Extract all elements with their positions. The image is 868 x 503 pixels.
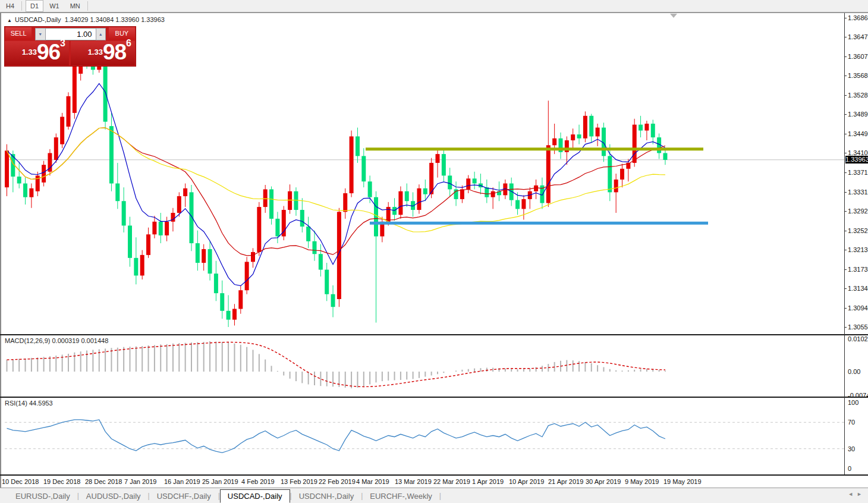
chart-shift-marker-icon[interactable] [670, 14, 677, 18]
date-tick-label: 22 Mar 2019 [433, 478, 470, 485]
date-tick-label: 13 Mar 2019 [395, 478, 432, 485]
collapse-triangle-icon[interactable]: ▲ [7, 18, 12, 23]
price-tick-label: 1.30550 [848, 323, 868, 331]
date-tick-label: 10 Dec 2018 [2, 478, 39, 485]
tab-separator: | [439, 492, 441, 500]
macd-tick-label: -0.00747 [848, 392, 868, 399]
macd-indicator-canvas[interactable] [0, 335, 868, 397]
sell-price-box[interactable]: 1.33963 [5, 41, 69, 65]
rsi-label: RSI(14) 44.5953 [5, 400, 53, 407]
one-click-trading-panel: SELL ▼ ▲ BUY 1.33963 1.33986 [5, 27, 136, 66]
price-tick-label: 1.33710 [848, 169, 868, 176]
price-tick-label: 1.32920 [848, 208, 868, 215]
timeframe-button-w1[interactable]: W1 [45, 0, 64, 12]
date-tick-label: 16 Jan 2019 [164, 478, 200, 485]
price-tick-mark [844, 231, 847, 231]
chart-tab-bar: EURUSD-,Daily|AUDUSD-,Daily|USDCHF-,Dail… [0, 488, 868, 503]
current-price-tag: 1.33963 [845, 156, 868, 164]
price-tick-label: 1.34490 [848, 130, 868, 137]
price-tick-mark [844, 192, 847, 193]
price-tick-mark [844, 76, 847, 76]
macd-label: MACD(12,26,9) 0.000319 0.001448 [5, 337, 108, 344]
toolbar-separator [87, 1, 88, 11]
price-tick-label: 1.34890 [848, 111, 868, 118]
price-tick-label: 1.32520 [848, 227, 868, 234]
tab-scroll-arrows[interactable]: ◄► [848, 491, 866, 497]
price-tick-mark [844, 308, 847, 309]
price-tick-mark [844, 288, 847, 289]
pane-separator[interactable] [0, 397, 868, 398]
price-tick-mark [844, 114, 847, 115]
trading-platform-window: H4D1W1MN ▲USDCAD-,Daily 1.34029 1.34084 … [0, 0, 868, 503]
buy-price-prefix: 1.33 [88, 48, 103, 56]
price-tick-mark [844, 211, 847, 212]
pane-separator[interactable] [0, 474, 868, 476]
chart-tab-usdcnhdaily[interactable]: USDCNH-,Daily [292, 490, 361, 502]
date-tick-label: 9 May 2019 [625, 478, 659, 485]
date-tick-label: 19 May 2019 [663, 478, 702, 485]
sell-price-big: 96 [37, 40, 60, 64]
timeframe-toolbar: H4D1W1MN [0, 0, 868, 12]
rsi-indicator-canvas[interactable] [0, 398, 868, 474]
date-tick-label: 25 Jan 2019 [202, 478, 238, 485]
macd-tick-label: 0.00 [848, 368, 860, 375]
pane-separator[interactable] [0, 334, 868, 335]
date-tick-label: 19 Dec 2018 [43, 478, 80, 485]
price-tick-mark [844, 37, 847, 37]
price-tick-mark [844, 95, 847, 96]
buy-price-big: 98 [103, 40, 126, 64]
price-tick-label: 1.33310 [848, 188, 868, 196]
price-tick-label: 1.35280 [848, 92, 868, 99]
chart-title: ▲USDCAD-,Daily 1.34029 1.34084 1.33960 1… [7, 16, 165, 23]
date-tick-label: 30 Apr 2019 [586, 478, 621, 485]
tab-scroll-right-icon[interactable]: ► [857, 491, 866, 497]
price-tick-mark [844, 18, 847, 18]
date-tick-label: 4 Feb 2019 [241, 478, 275, 485]
date-tick-label: 22 Feb 2019 [319, 478, 356, 485]
price-tick-mark [844, 250, 847, 250]
date-tick-label: 10 Apr 2019 [509, 478, 544, 485]
rsi-tick-label: 70 [848, 419, 855, 426]
date-tick-label: 13 Feb 2019 [281, 478, 317, 485]
price-tick-label: 1.31730 [848, 266, 868, 273]
toolbar-separator [21, 1, 22, 11]
date-tick-label: 1 Apr 2019 [472, 478, 504, 485]
timeframe-button-mn[interactable]: MN [65, 0, 85, 12]
chart-tab-eurchfweekly[interactable]: EURCHF-,Weekly [363, 490, 439, 502]
price-tick-mark [844, 269, 847, 270]
price-tick-mark [844, 327, 847, 328]
price-tick-label: 1.31340 [848, 285, 868, 292]
price-tick-label: 1.35680 [848, 72, 868, 79]
buy-price-pipette: 6 [126, 38, 131, 48]
chart-tab-eurusddaily[interactable]: EURUSD-,Daily [8, 490, 77, 502]
chart-ohlc-values: 1.34029 1.34084 1.33960 1.33963 [65, 16, 165, 23]
rsi-tick-label: 100 [848, 399, 858, 406]
price-tick-mark [844, 153, 847, 153]
date-tick-label: 21 Apr 2019 [548, 478, 583, 485]
chart-tab-audusddaily[interactable]: AUDUSD-,Daily [79, 490, 148, 502]
macd-tick-label: 0.0102295 [848, 335, 868, 342]
tab-scroll-left-icon[interactable]: ◄ [848, 491, 857, 497]
price-tick-mark [844, 134, 847, 134]
price-tick-label: 1.36070 [848, 53, 868, 60]
timeframe-button-d1[interactable]: D1 [26, 0, 43, 12]
price-tick-mark [844, 172, 847, 173]
price-tick-label: 1.36470 [848, 33, 868, 40]
price-tick-label: 1.32130 [848, 246, 868, 253]
chart-tab-usdchfdaily[interactable]: USDCHF-,Daily [150, 490, 218, 502]
rsi-tick-label: 30 [848, 445, 855, 452]
sell-price-pipette: 3 [60, 38, 65, 48]
price-axis-border [844, 13, 845, 474]
buy-price-box[interactable]: 1.33986 [71, 41, 135, 65]
price-tick-mark [844, 56, 847, 57]
chart-tab-usdcaddaily[interactable]: USDCAD-,Daily [220, 489, 290, 503]
price-tick-label: 1.30940 [848, 304, 868, 312]
price-tick-label: 1.36860 [848, 14, 868, 21]
date-tick-label: 7 Jan 2019 [124, 478, 156, 485]
date-tick-label: 28 Dec 2018 [85, 478, 122, 485]
rsi-tick-label: 0 [848, 465, 851, 472]
timeframe-button-h4[interactable]: H4 [1, 0, 19, 12]
chart-symbol-label: USDCAD-,Daily [15, 16, 61, 23]
sell-price-prefix: 1.33 [22, 48, 37, 56]
date-tick-label: 4 Mar 2019 [356, 478, 389, 485]
